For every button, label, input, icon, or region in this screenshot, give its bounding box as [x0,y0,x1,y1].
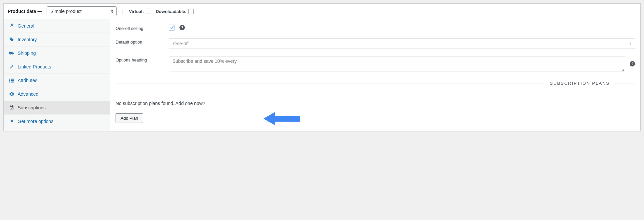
product-type-value: Simple product [50,9,81,14]
row-one-off-selling: One-off selling ? [116,25,635,31]
tab-label: Get more options [18,119,53,124]
tab-label: Linked Products [18,64,51,69]
chevron-updown-icon [629,42,631,45]
add-plan-button[interactable]: Add Plan [116,113,143,123]
divider-line [615,83,635,83]
downloadable-checkbox[interactable] [188,9,194,14]
divider-line [116,83,544,83]
tag-icon [9,37,14,42]
tab-label: Shipping [18,51,36,56]
tab-label: General [18,23,34,29]
default-option-select[interactable]: One-off [169,38,635,49]
calendar-check-icon [9,105,14,110]
default-option-value: One-off [173,41,188,46]
virtual-label: Virtual: [129,9,144,14]
one-off-selling-checkbox[interactable] [169,25,175,31]
virtual-option[interactable]: Virtual: [129,9,151,14]
tab-get-more-options[interactable]: Get more options [4,115,110,128]
plans-section: No subscription plans found. Add one now… [110,95,640,123]
link-icon [9,64,14,69]
row-default-option: Default option One-off [116,38,635,49]
gear-icon [9,91,14,97]
header-separator: | [122,8,124,15]
tab-label: Advanced [18,91,38,97]
help-icon[interactable]: ? [630,61,635,66]
panel-header: Product data — Simple product | Virtual:… [4,4,640,19]
tab-linked-products[interactable]: Linked Products [4,60,110,74]
default-option-label: Default option [116,38,162,45]
row-options-heading: Options heading ? [116,56,635,71]
virtual-checkbox[interactable] [146,9,151,14]
panel-title: Product data — [8,9,42,14]
no-plans-message: No subscription plans found. Add one now… [116,101,635,106]
arrow-callout [263,111,300,128]
tab-general[interactable]: General [4,19,110,33]
tab-label: Inventory [18,37,37,42]
options-heading-label: Options heading [116,56,162,62]
truck-icon [9,51,14,56]
product-data-panel: Product data — Simple product | Virtual:… [3,3,641,131]
options-heading-input[interactable] [169,56,625,71]
tab-advanced[interactable]: Advanced [4,87,110,101]
tab-label: Subscriptions [18,105,46,110]
panel-body: General Inventory Shipping Linked Produc… [4,19,640,131]
tab-label: Attributes [18,78,37,83]
tab-shipping[interactable]: Shipping [4,47,110,60]
product-type-select[interactable]: Simple product [47,6,117,16]
chevron-updown-icon [111,10,114,13]
help-icon[interactable]: ? [179,25,185,30]
tab-attributes[interactable]: Attributes [4,74,110,87]
tab-inventory[interactable]: Inventory [4,33,110,47]
subscriptions-content: One-off selling ? Default option One-off [110,19,640,131]
subscription-plans-title: SUBSCRIPTION PLANS [550,81,610,86]
list-icon [9,78,14,83]
one-off-selling-label: One-off selling [116,25,162,31]
subscription-plans-divider: SUBSCRIPTION PLANS [110,81,640,86]
product-data-tabs: General Inventory Shipping Linked Produc… [4,19,110,131]
downloadable-option[interactable]: Downloadable: [156,9,194,14]
tab-subscriptions[interactable]: Subscriptions [4,101,110,115]
plug-icon [9,119,14,124]
wrench-icon [9,23,14,29]
downloadable-label: Downloadable: [156,9,186,14]
